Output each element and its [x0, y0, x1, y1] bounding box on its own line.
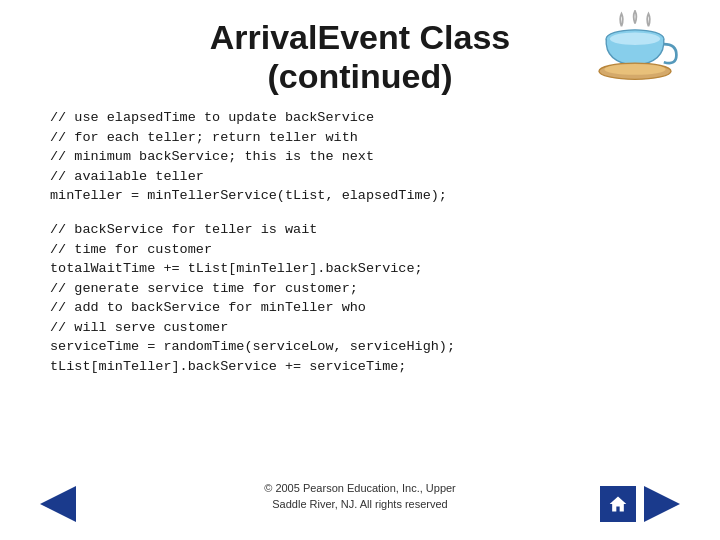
next-button[interactable]: [644, 486, 680, 522]
svg-point-3: [604, 64, 665, 75]
nav-left: [40, 486, 76, 522]
code-line-1-2: // for each teller; return teller with: [50, 128, 690, 148]
code-line-2-4: // generate service time for customer;: [50, 279, 690, 299]
title-line2: (continued): [210, 57, 511, 96]
home-icon: [608, 494, 628, 514]
code-line-1-3: // minimum backService; this is the next: [50, 147, 690, 167]
code-block-1: // use elapsedTime to update backService…: [50, 108, 690, 206]
code-area: // use elapsedTime to update backService…: [30, 108, 690, 390]
slide-title: ArrivalEvent Class (continued): [210, 18, 511, 96]
teacup-decoration: [590, 10, 680, 90]
code-line-1-4: // available teller: [50, 167, 690, 187]
slide: ArrivalEvent Class (continued) // use el…: [0, 0, 720, 540]
home-button[interactable]: [600, 486, 636, 522]
code-line-1-5: minTeller = minTellerService(tList, elap…: [50, 186, 690, 206]
code-line-2-2: // time for customer: [50, 240, 690, 260]
code-line-2-5: // add to backService for minTeller who: [50, 298, 690, 318]
code-block-2: // backService for teller is wait // tim…: [50, 220, 690, 377]
prev-button[interactable]: [40, 486, 76, 522]
code-line-1-1: // use elapsedTime to update backService: [50, 108, 690, 128]
code-line-2-6: // will serve customer: [50, 318, 690, 338]
code-line-2-1: // backService for teller is wait: [50, 220, 690, 240]
code-line-2-7: serviceTime = randomTime(serviceLow, ser…: [50, 337, 690, 357]
svg-point-1: [610, 33, 660, 46]
code-line-2-8: tList[minTeller].backService += serviceT…: [50, 357, 690, 377]
code-line-2-3: totalWaitTime += tList[minTeller].backSe…: [50, 259, 690, 279]
nav-right: [600, 486, 680, 522]
title-line1: ArrivalEvent Class: [210, 18, 511, 57]
